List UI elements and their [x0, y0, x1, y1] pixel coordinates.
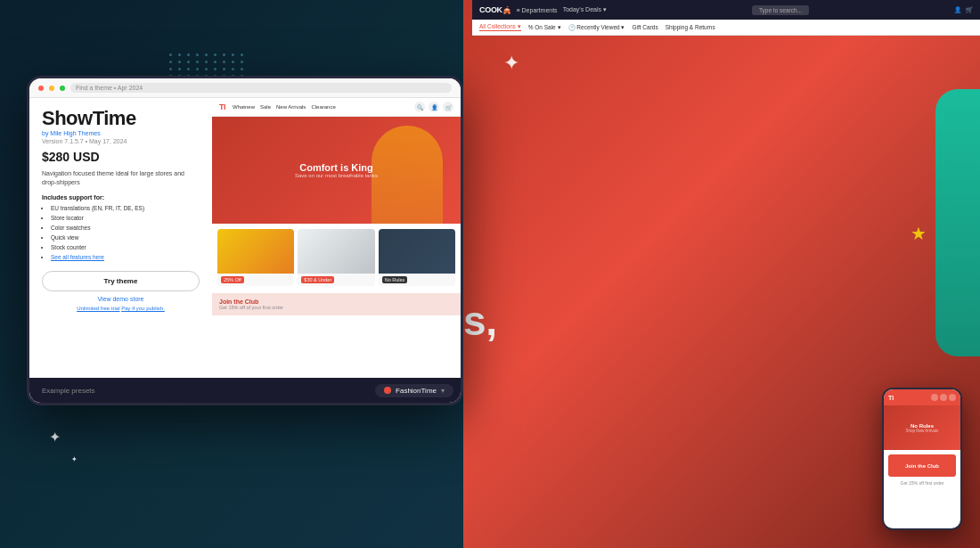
second-navigation: All Collections ▾ % On Sale ▾ 🕐 Recently… — [472, 20, 980, 36]
nav-whatnew: Whatnew — [233, 104, 255, 110]
device-mockup: Find a theme • Apr 2024 ShowTime by Mile… — [27, 76, 463, 405]
mobile-join-club: Join the Club — [888, 454, 956, 477]
device-header-bar: Find a theme • Apr 2024 — [29, 78, 461, 98]
theme-author-line: by Mile High Themes — [42, 130, 200, 136]
product-card-1: 25% Off — [217, 229, 294, 286]
mobile-content: Join the Club Get 15% off first order — [884, 450, 960, 490]
mobile-nav-icons — [931, 394, 956, 401]
recently-viewed-link[interactable]: 🕐 Recently Viewed ▾ — [568, 24, 625, 31]
top-nav-right: 👤 🛒 — [954, 6, 973, 13]
feature-item: Quick view — [51, 233, 200, 242]
product-image-2 — [298, 229, 374, 274]
product-card-3: No Rules — [379, 229, 455, 286]
preset-color-dot — [384, 387, 391, 394]
window-close-dot — [38, 86, 44, 91]
cta-title: Join the Club — [219, 299, 453, 305]
rating-star: ★ — [911, 223, 927, 244]
product-info-2: $30 & Under — [298, 274, 374, 286]
preview-logo: TI — [219, 102, 225, 111]
gift-cards-link[interactable]: Gift Cards — [632, 24, 657, 30]
preview-cart-icon: 🛒 — [443, 102, 453, 112]
preview-nav: TI Whatnew Sale New Arrivals Clearance 🔍… — [212, 98, 461, 117]
theme-version: Version 7.1.5.7 • May 17, 2024 — [42, 138, 200, 144]
mobile-cta-sub: Get 15% off first order — [888, 480, 956, 486]
example-presets-label: Example presets — [42, 387, 95, 395]
theme-preview-panel: TI Whatnew Sale New Arrivals Clearance 🔍… — [212, 98, 461, 403]
theme-features-list: EU translations (EN, FR, IT, DE, ES) Sto… — [42, 203, 200, 262]
nav-new-arrivals: New Arrivals — [276, 104, 306, 110]
view-demo-link[interactable]: View demo store — [42, 296, 200, 302]
try-theme-button[interactable]: Try theme — [42, 271, 200, 291]
cart-icon: 🛒 — [966, 6, 973, 13]
theme-content: ShowTime by Mile High Themes Version 7.1… — [29, 98, 461, 403]
teal-decoration — [935, 89, 980, 356]
mobile-icon-1 — [931, 394, 938, 401]
product-badge-3: No Rules — [382, 276, 408, 283]
includes-title: Includes support for: — [42, 194, 200, 200]
preset-dropdown-arrow: ▾ — [441, 387, 445, 395]
feature-item: See all features here — [51, 252, 200, 262]
search-input-top[interactable]: Type to search... — [752, 5, 809, 15]
all-collections-link[interactable]: All Collections ▾ — [479, 23, 521, 31]
feature-item: Stock counter — [51, 242, 200, 252]
product-image-1 — [217, 229, 294, 274]
star-decoration-2 — [49, 429, 61, 446]
mobile-screen: TI No Rules Shop New Arrivals Join the C… — [884, 389, 960, 528]
hero-subtitle: Save on our most breathable tanks — [295, 173, 378, 178]
products-row: 25% Off $30 & Under No Rules — [212, 224, 461, 291]
mobile-icon-3 — [949, 394, 956, 401]
mobile-device-mockup: TI No Rules Shop New Arrivals Join the C… — [882, 388, 962, 530]
preview-hero-banner: Comfort is King Save on our most breatha… — [212, 117, 461, 224]
window-minimize-dot — [49, 86, 54, 91]
nav-sale: Sale — [260, 104, 271, 110]
device-bottom-bar: Example presets FashionTime ▾ — [29, 378, 463, 403]
top-nav-logo: COOK🎪 — [479, 5, 511, 14]
product-badge-2: $30 & Under — [301, 276, 334, 283]
theme-name: ShowTime — [42, 109, 200, 128]
theme-description: Navigation focused theme ideal for large… — [42, 169, 200, 187]
mobile-cta-text: Join the Club — [905, 463, 939, 469]
cta-subtitle: Get 15% off of your first order — [219, 305, 453, 310]
product-card-2: $30 & Under — [298, 229, 374, 286]
window-maximize-dot — [60, 86, 65, 91]
departments-link[interactable]: ≡ Departments — [517, 7, 558, 13]
top-navigation: COOK🎪 ≡ Departments Today's Deals ▾ Type… — [472, 0, 980, 20]
product-info-1: 25% Off — [217, 274, 294, 286]
shipping-returns-link[interactable]: Shipping & Returns — [666, 24, 715, 30]
preset-name: FashionTime — [396, 387, 437, 395]
hero-title: Comfort is King — [295, 162, 378, 173]
mobile-nav-bar: TI — [884, 389, 960, 405]
account-icon: 👤 — [954, 6, 961, 13]
product-image-3 — [379, 229, 455, 274]
feature-item: Color swatches — [51, 223, 200, 233]
hero-content: Comfort is King Save on our most breatha… — [295, 162, 378, 178]
preview-search-icon: 🔍 — [414, 102, 425, 112]
mobile-nav-logo: TI — [888, 395, 894, 401]
feature-item: Store locator — [51, 213, 200, 223]
on-sale-link[interactable]: % On Sale ▾ — [528, 24, 561, 31]
feature-item: EU translations (EN, FR, IT, DE, ES) — [51, 203, 200, 213]
mobile-banner-sub: Shop New Arrivals — [906, 429, 939, 433]
star-decoration-1 — [503, 52, 519, 75]
url-bar: Find a theme • Apr 2024 — [70, 83, 452, 93]
preview-user-icon: 👤 — [429, 102, 439, 112]
mobile-icon-2 — [940, 394, 947, 401]
product-info-3: No Rules — [379, 274, 455, 286]
cta-banner: Join the Club Get 15% off of your first … — [212, 293, 461, 315]
free-trial-text: Unlimited free trial Pay if you publish. — [42, 306, 200, 311]
device-screen: Find a theme • Apr 2024 ShowTime by Mile… — [29, 78, 461, 403]
theme-info-panel: ShowTime by Mile High Themes Version 7.1… — [29, 98, 212, 403]
hero-figure — [372, 126, 443, 224]
theme-price: $280 USD — [42, 150, 200, 164]
product-badge-1: 25% Off — [221, 276, 244, 283]
preset-selector[interactable]: FashionTime ▾ — [375, 384, 453, 397]
preview-nav-links: Whatnew Sale New Arrivals Clearance — [233, 104, 407, 110]
nav-clearance: Clearance — [311, 104, 335, 110]
preview-nav-icons: 🔍 👤 🛒 — [414, 102, 453, 112]
star-decoration-3 — [71, 454, 78, 463]
mobile-hero-banner: No Rules Shop New Arrivals — [884, 405, 960, 450]
todays-deals-link[interactable]: Today's Deals ▾ — [563, 6, 607, 13]
